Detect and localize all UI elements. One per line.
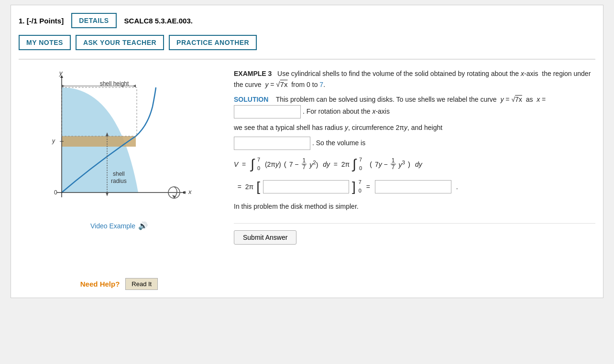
my-notes-button[interactable]: MY NOTES: [19, 35, 71, 50]
svg-text:y: y: [59, 69, 63, 76]
final-value-input[interactable]: [375, 180, 451, 193]
solution-paragraph: SOLUTION This problem can be solved usin…: [234, 94, 595, 118]
submit-answer-button[interactable]: Submit Answer: [234, 230, 296, 245]
evaluated-equation: = 2π [ ] 7 0 = .: [234, 178, 595, 195]
svg-text:radius: radius: [111, 178, 127, 184]
problem-code: SCALC8 5.3.AE.003.: [124, 17, 193, 25]
height-expression-input[interactable]: [234, 137, 310, 150]
video-example-label: Video Example: [90, 222, 135, 230]
diagram: x y 0 y shell height shell radius: [33, 68, 205, 216]
solution-label: SOLUTION: [234, 96, 268, 103]
svg-marker-15: [133, 85, 136, 87]
svg-text:0: 0: [54, 189, 57, 196]
svg-text:y: y: [52, 138, 55, 144]
height-input-row: . So the volume is: [234, 137, 595, 150]
video-example-link[interactable]: Video Example 🔊: [90, 221, 148, 230]
practice-another-button[interactable]: PRACTICE ANOTHER: [169, 35, 257, 50]
need-help-label: Need Help?: [80, 280, 120, 288]
details-button[interactable]: DETAILS: [71, 13, 116, 28]
volume-equation: V = ∫ 7 0 (2πy) ( 7 − 1 7: [234, 156, 595, 172]
read-it-button[interactable]: Read It: [125, 278, 158, 290]
svg-rect-0: [62, 136, 136, 147]
antiderivative-input[interactable]: [263, 180, 349, 193]
example-title: EXAMPLE 3: [234, 70, 272, 77]
ask-teacher-button[interactable]: ASK YOUR TEACHER: [76, 35, 164, 50]
shell-description: we see that a typical shell has radius y…: [234, 122, 595, 133]
problem-number: 1. [-/1 Points]: [19, 17, 64, 25]
svg-text:x: x: [188, 188, 192, 195]
x-expression-input[interactable]: [234, 105, 301, 118]
svg-text:shell: shell: [113, 171, 125, 177]
speaker-icon: 🔊: [138, 221, 148, 230]
svg-marker-19: [106, 193, 109, 196]
final-remark: In this problem the disk method is simpl…: [234, 201, 595, 212]
example-description: EXAMPLE 3 Use cylindrical shells to find…: [234, 68, 595, 90]
svg-marker-14: [62, 85, 65, 87]
